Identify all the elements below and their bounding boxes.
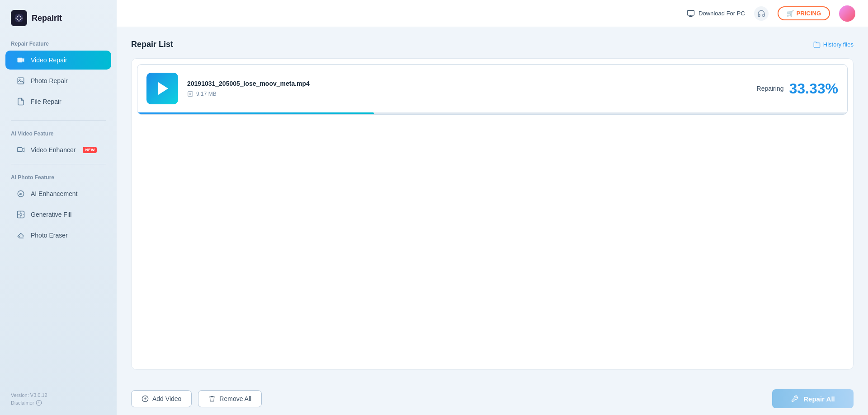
cart-icon: 🛒 — [787, 10, 794, 17]
file-name: 20191031_205005_lose_moov_meta.mp4 — [187, 80, 748, 87]
add-video-label: Add Video — [152, 395, 181, 402]
file-card-inner: 20191031_205005_lose_moov_meta.mp4 9.17 … — [137, 65, 847, 112]
generative-fill-icon — [16, 210, 25, 219]
svg-text:AI: AI — [19, 192, 22, 196]
main-content: Download For PC 🛒 PRICING Repair List Hi… — [117, 0, 868, 415]
file-status: Repairing 33.33% — [757, 80, 838, 97]
repairing-label: Repairing — [757, 85, 784, 92]
monitor-icon — [687, 9, 695, 18]
repair-icon — [791, 395, 799, 403]
progress-percent: 33.33% — [789, 80, 838, 97]
remove-all-button[interactable]: Remove All — [198, 390, 262, 407]
sidebar-item-file-repair[interactable]: File Repair — [5, 92, 111, 111]
svg-rect-12 — [688, 10, 694, 15]
add-icon — [142, 395, 149, 402]
repair-list-title: Repair List — [131, 40, 173, 49]
app-logo: Repairit — [0, 0, 117, 34]
ai-enhancement-icon: AI — [16, 189, 25, 198]
repair-all-label: Repair All — [803, 395, 835, 403]
version-text: Version: V3.0.12 — [11, 392, 47, 398]
file-size-icon — [187, 91, 193, 97]
svg-rect-6 — [18, 148, 23, 152]
svg-point-5 — [19, 79, 20, 80]
bottom-toolbar: Add Video Remove All Repair All — [117, 382, 868, 415]
repair-all-button[interactable]: Repair All — [772, 389, 854, 408]
download-for-pc[interactable]: Download For PC — [687, 9, 745, 18]
sidebar-item-generative-fill[interactable]: Generative Fill — [5, 205, 111, 224]
sidebar-item-ai-enhancement[interactable]: AI AI Enhancement — [5, 184, 111, 203]
content-header: Repair List History files — [131, 40, 854, 49]
user-avatar[interactable] — [839, 5, 855, 22]
ai-enhancement-label: AI Enhancement — [31, 190, 78, 197]
pricing-label: PRICING — [797, 10, 821, 17]
sidebar-item-video-enhancer[interactable]: Video Enhancer NEW — [5, 140, 111, 159]
folder-icon — [813, 41, 821, 48]
headphones-icon — [757, 9, 765, 18]
file-size-container: 9.17 MB — [187, 91, 748, 97]
ai-video-feature-title: AI Video Feature — [0, 124, 117, 140]
progress-bar-fill — [137, 112, 374, 114]
sidebar-footer: Version: V3.0.12 Disclaimer — [11, 392, 47, 406]
file-thumbnail — [146, 73, 178, 104]
sidebar-item-photo-repair[interactable]: Photo Repair — [5, 71, 111, 90]
info-icon — [36, 400, 42, 406]
pricing-button[interactable]: 🛒 PRICING — [778, 6, 830, 20]
help-button[interactable] — [754, 6, 769, 21]
history-files-label: History files — [823, 41, 854, 48]
svg-rect-4 — [18, 78, 24, 84]
file-size: 9.17 MB — [196, 91, 217, 97]
disclaimer-link[interactable]: Disclaimer — [11, 400, 47, 406]
play-icon — [158, 82, 168, 95]
add-video-button[interactable]: Add Video — [131, 390, 192, 407]
toolbar-left: Add Video Remove All — [131, 390, 262, 407]
svg-rect-3 — [18, 58, 23, 63]
history-files-button[interactable]: History files — [813, 41, 854, 48]
video-enhancer-icon — [16, 145, 25, 154]
progress-bar-container — [137, 112, 847, 114]
new-badge: NEW — [83, 147, 97, 153]
photo-eraser-icon — [16, 231, 25, 240]
video-enhancer-label: Video Enhancer — [31, 146, 75, 154]
photo-repair-label: Photo Repair — [31, 77, 68, 84]
file-list-area: 20191031_205005_lose_moov_meta.mp4 9.17 … — [131, 58, 854, 370]
video-repair-icon — [16, 56, 25, 65]
file-card: 20191031_205005_lose_moov_meta.mp4 9.17 … — [137, 64, 848, 115]
file-repair-label: File Repair — [31, 98, 61, 105]
remove-all-label: Remove All — [219, 395, 251, 402]
download-label: Download For PC — [698, 10, 745, 17]
generative-fill-label: Generative Fill — [31, 211, 71, 218]
photo-eraser-label: Photo Eraser — [31, 232, 68, 239]
sidebar-item-photo-eraser[interactable]: Photo Eraser — [5, 226, 111, 245]
header: Download For PC 🛒 PRICING — [117, 0, 868, 27]
file-repair-icon — [16, 97, 25, 106]
app-name: Repairit — [32, 14, 62, 23]
ai-photo-feature-title: AI Photo Feature — [0, 168, 117, 183]
photo-repair-icon — [16, 76, 25, 85]
file-info: 20191031_205005_lose_moov_meta.mp4 9.17 … — [187, 80, 748, 97]
video-repair-label: Video Repair — [31, 56, 67, 64]
remove-icon — [208, 395, 216, 402]
sidebar-item-video-repair[interactable]: Video Repair — [5, 51, 111, 70]
content-area: Repair List History files 20191031_20500… — [117, 27, 868, 382]
logo-icon — [11, 10, 27, 26]
repair-feature-title: Repair Feature — [0, 34, 117, 50]
sidebar: Repairit Repair Feature Video Repair Pho… — [0, 0, 117, 415]
svg-point-10 — [20, 214, 22, 216]
